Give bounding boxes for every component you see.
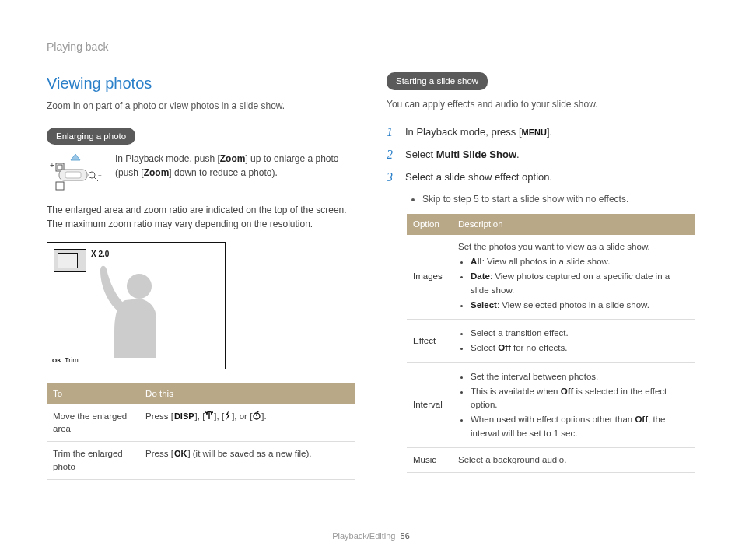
disp-key: DISP xyxy=(173,411,195,423)
t: This is available when xyxy=(471,387,561,396)
zoom-ratio-label: X 2.0 xyxy=(91,249,109,261)
page-footer: Playback/Editing 56 xyxy=(0,530,742,543)
lead: Set the photos you want to view as a sli… xyxy=(458,240,689,254)
k: Select xyxy=(471,300,497,310)
svg-rect-5 xyxy=(65,172,81,178)
t: ]. xyxy=(261,411,266,421)
table-row: Images Set the photos you want to view a… xyxy=(407,235,695,320)
row-to: Move the enlarged area xyxy=(47,404,139,442)
opt-desc: Select a transition effect. Select Off f… xyxy=(452,320,695,363)
step-number: 3 xyxy=(387,170,397,185)
flash-icon xyxy=(224,411,232,424)
ok-icon: OK xyxy=(52,356,61,366)
t: Select a transition effect. xyxy=(471,327,689,340)
th-option: Option xyxy=(407,214,452,235)
svg-text:+: + xyxy=(50,161,54,170)
step-3-note: Skip to step 5 to start a slide show wit… xyxy=(422,193,695,206)
table-row: Music Select a background audio. xyxy=(407,447,695,472)
row-to: Trim the enlarged photo xyxy=(47,442,139,479)
trim-label: Trim xyxy=(65,355,79,366)
t: ] (it will be saved as a new file). xyxy=(187,449,311,458)
t: ], [ xyxy=(214,411,224,421)
t: Select xyxy=(405,149,436,160)
silhouette-figure xyxy=(79,264,180,358)
t: : View photos captured on a specific dat… xyxy=(471,271,670,294)
enlarge-note: The enlarged area and zoom ratio are ind… xyxy=(47,204,355,231)
t: : View selected photos in a slide show. xyxy=(497,300,649,310)
running-header: Playing back xyxy=(47,39,695,54)
header-rule xyxy=(47,58,695,58)
step-number: 2 xyxy=(387,148,397,163)
t: . xyxy=(516,149,520,160)
k: Date xyxy=(471,271,490,281)
opt-desc: Set the interval between photos. This is… xyxy=(452,362,695,447)
t: : View all photos in a slide show. xyxy=(482,257,611,266)
t: for no effects. xyxy=(511,343,568,352)
k: Off xyxy=(635,415,648,424)
menu-key: MENU xyxy=(522,128,547,137)
opt-desc: Select a background audio. xyxy=(452,447,695,472)
steps-list: 1 In Playback mode, press [MENU]. 2 Sele… xyxy=(387,125,695,185)
table-row: Move the enlarged area Press [DISP], [],… xyxy=(47,404,355,442)
ok-key: OK xyxy=(173,448,188,460)
t: Set the interval between photos. xyxy=(471,370,689,383)
t: In Playback mode, press [ xyxy=(405,126,522,138)
t: Select xyxy=(471,343,498,352)
th-do: Do this xyxy=(139,383,355,404)
preview-screenshot: X 2.0 OK Trim xyxy=(47,242,226,369)
svg-rect-3 xyxy=(58,165,62,170)
subhead-enlarging: Enlarging a photo xyxy=(47,128,135,145)
opt-label: Interval xyxy=(407,362,452,447)
t: ], or [ xyxy=(232,411,252,421)
t: ]. xyxy=(547,126,552,138)
page-title: Viewing photos xyxy=(47,72,355,95)
table-row: Trim the enlarged photo Press [OK] (it w… xyxy=(47,442,355,479)
table-row: Effect Select a transition effect. Selec… xyxy=(407,320,695,363)
note-text: Skip to step 5 to start a slide show wit… xyxy=(422,193,695,206)
k: All xyxy=(471,257,482,266)
multi-slide-show: Multi Slide Show xyxy=(436,149,516,160)
macro-icon xyxy=(205,411,214,424)
right-column: Starting a slide show You can apply effe… xyxy=(387,72,695,479)
page-number: 56 xyxy=(401,531,410,541)
svg-point-10 xyxy=(127,274,152,299)
th-desc: Description xyxy=(452,214,695,235)
opt-desc: Set the photos you want to view as a sli… xyxy=(452,235,695,320)
t: When used with effect options other than xyxy=(471,415,635,424)
svg-text:+: + xyxy=(98,172,102,179)
slideshow-intro: You can apply effects and audio to your … xyxy=(387,98,695,111)
opt-label: Effect xyxy=(407,320,452,363)
left-column: Viewing photos Zoom in on part of a phot… xyxy=(47,72,355,479)
row-do: Press [DISP], [], [], or []. xyxy=(139,404,355,442)
zoom-key: Zoom xyxy=(220,153,246,164)
footer-section: Playback/Editing xyxy=(332,531,395,541)
zoom-instruction: In Playback mode, push [Zoom] up to enla… xyxy=(115,152,355,180)
timer-icon xyxy=(252,411,261,424)
step-number: 1 xyxy=(387,125,397,140)
subhead-slideshow: Starting a slide show xyxy=(387,72,488,90)
opt-label: Music xyxy=(407,447,452,472)
t: ] down to reduce a photo). xyxy=(169,167,277,178)
row-do: Press [OK] (it will be saved as a new fi… xyxy=(139,442,355,479)
table-row: Interval Set the interval between photos… xyxy=(407,362,695,447)
zoom-key: Zoom xyxy=(144,167,170,178)
t: In Playback mode, push [ xyxy=(115,153,220,164)
opt-label: Images xyxy=(407,235,452,320)
t: ], [ xyxy=(195,411,205,421)
zoom-lever-diagram: + – + xyxy=(47,152,104,194)
t: Press [ xyxy=(145,411,173,421)
step-3: 3 Select a slide show effect option. xyxy=(387,170,695,185)
th-to: To xyxy=(47,383,139,404)
svg-point-6 xyxy=(89,172,95,178)
step-1: 1 In Playback mode, press [MENU]. xyxy=(387,125,695,140)
svg-rect-9 xyxy=(56,182,64,190)
t: Press [ xyxy=(145,449,173,458)
k: Off xyxy=(561,387,574,396)
options-table: Option Description Images Set the photos… xyxy=(407,214,695,473)
svg-line-13 xyxy=(257,411,259,412)
step-2: 2 Select Multi Slide Show. xyxy=(387,148,695,163)
intro-text: Zoom in on part of a photo or view photo… xyxy=(47,100,355,113)
actions-table: To Do this Move the enlarged area Press … xyxy=(47,383,355,479)
k: Off xyxy=(498,343,511,352)
preview-trim-bar: OK Trim xyxy=(52,355,79,366)
